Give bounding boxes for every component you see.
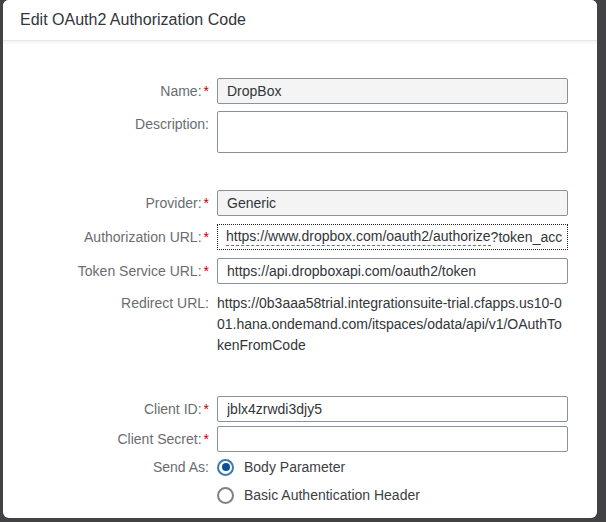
provider-row: Provider:* (3, 190, 597, 216)
client-id-label: Client ID:* (3, 401, 209, 417)
dialog-form: Name:* Description: Provider:* Authoriza… (3, 78, 597, 503)
radio-basic-auth-header-label: Basic Authentication Header (244, 487, 420, 503)
client-id-field[interactable] (217, 396, 568, 422)
description-label: Description: (3, 111, 209, 132)
token-service-url-label: Token Service URL:* (3, 263, 209, 279)
send-as-row: Send As: Body Parameter Basic Authentica… (3, 459, 597, 503)
provider-label: Provider:* (3, 195, 209, 211)
dialog-title: Edit OAuth2 Authorization Code (20, 11, 246, 29)
token-service-url-field[interactable] (217, 258, 568, 284)
client-secret-row: Client Secret:* (3, 426, 597, 452)
name-row: Name:* (3, 78, 597, 104)
required-asterisk: * (204, 263, 209, 279)
required-asterisk: * (204, 229, 209, 245)
token-service-url-row: Token Service URL:* (3, 258, 597, 284)
required-asterisk: * (204, 431, 209, 447)
authorization-url-value-misspelled: https://www.dropbox.com/oauth2/authorize (226, 228, 491, 246)
dialog-header: Edit OAuth2 Authorization Code (3, 0, 597, 41)
client-id-row: Client ID:* (3, 396, 597, 422)
authorization-url-value-tail: ?token_acc (491, 229, 563, 245)
radio-button-icon[interactable] (217, 487, 234, 504)
required-asterisk: * (204, 195, 209, 211)
client-secret-field[interactable] (217, 426, 568, 452)
radio-body-parameter[interactable]: Body Parameter (217, 459, 568, 475)
authorization-url-row: Authorization URL:* https://www.dropbox.… (3, 224, 597, 250)
client-secret-label: Client Secret:* (3, 431, 209, 447)
description-field[interactable] (217, 111, 568, 153)
radio-basic-auth-header[interactable]: Basic Authentication Header (217, 487, 568, 503)
provider-field[interactable] (217, 190, 568, 216)
name-field[interactable] (217, 78, 568, 104)
radio-body-parameter-label: Body Parameter (244, 459, 345, 475)
required-asterisk: * (204, 401, 209, 417)
required-asterisk: * (204, 83, 209, 99)
redirect-url-value: https://0b3aaa58trial.integrationsuite-t… (217, 293, 568, 356)
authorization-url-label: Authorization URL:* (3, 229, 209, 245)
radio-button-icon[interactable] (217, 459, 234, 476)
edit-oauth2-dialog: Edit OAuth2 Authorization Code Name:* De… (3, 0, 597, 518)
redirect-url-row: Redirect URL: https://0b3aaa58trial.inte… (3, 293, 597, 356)
redirect-url-label: Redirect URL: (3, 293, 209, 311)
authorization-url-field[interactable]: https://www.dropbox.com/oauth2/authorize… (217, 224, 568, 250)
send-as-label: Send As: (3, 459, 209, 475)
description-row: Description: (3, 111, 597, 153)
name-label: Name:* (3, 83, 209, 99)
